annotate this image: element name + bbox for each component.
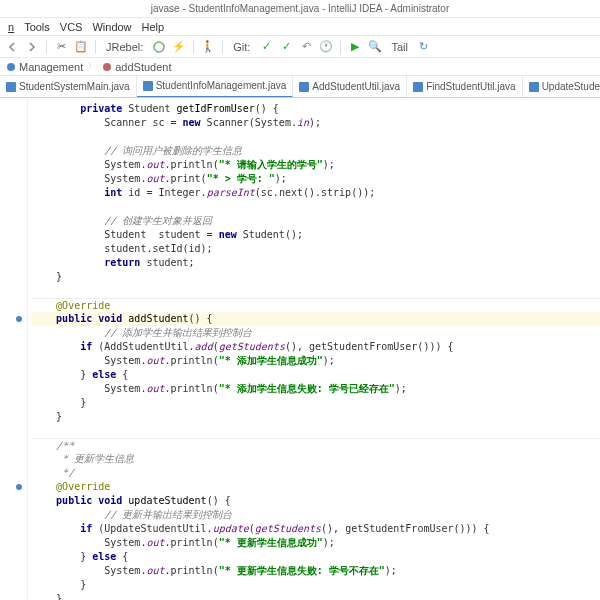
breadcrumb-item-method[interactable]: addStudent — [102, 61, 171, 73]
gutter — [0, 98, 28, 600]
tab-updatestudentutil[interactable]: UpdateStudentUtil.java — [523, 76, 600, 98]
cut-icon[interactable]: ✂ — [53, 39, 69, 55]
git-label: Git: — [229, 41, 254, 53]
menu-vcs[interactable]: VCS — [56, 21, 87, 33]
editor-tabs: StudentSystemMain.java StudentInfoManage… — [0, 76, 600, 98]
tab-addstudentutil[interactable]: AddStudentUtil.java — [293, 76, 407, 98]
walk-icon[interactable]: 🚶 — [200, 39, 216, 55]
menu-help[interactable]: Help — [138, 21, 169, 33]
window-titlebar: javase - StudentInfoManagement.java - In… — [0, 0, 600, 18]
override-icon[interactable] — [15, 315, 23, 323]
svg-point-0 — [154, 42, 164, 52]
git-history-icon[interactable]: 🕐 — [318, 39, 334, 55]
search-icon[interactable]: 🔍 — [367, 39, 383, 55]
tab-findstudentutil[interactable]: FindStudentUtil.java — [407, 76, 523, 98]
menu-tools[interactable]: Tools — [20, 21, 54, 33]
back-icon[interactable] — [4, 39, 20, 55]
override-icon[interactable] — [15, 483, 23, 491]
tail-label: Tail — [387, 41, 412, 53]
editor: private Student getIdFromUser() { Scanne… — [0, 98, 600, 600]
menu-window[interactable]: Window — [88, 21, 135, 33]
forward-icon[interactable] — [24, 39, 40, 55]
git-check-icon[interactable]: ✓ — [258, 39, 274, 55]
jrebel-icon[interactable] — [151, 39, 167, 55]
tab-studentsystemmain[interactable]: StudentSystemMain.java — [0, 76, 137, 98]
git-commit-icon[interactable]: ✓ — [278, 39, 294, 55]
svg-point-4 — [16, 484, 22, 490]
bolt-icon[interactable]: ⚡ — [171, 39, 187, 55]
breadcrumb-item-class[interactable]: Management — [6, 61, 83, 73]
menu-n[interactable]: n — [4, 21, 18, 33]
svg-point-3 — [16, 316, 22, 322]
code-area[interactable]: private Student getIdFromUser() { Scanne… — [28, 98, 600, 600]
refresh-icon[interactable]: ↻ — [416, 39, 432, 55]
svg-point-2 — [103, 63, 111, 71]
tab-studentinfomanagement[interactable]: StudentInfoManagement.java — [137, 76, 294, 98]
git-revert-icon[interactable]: ↶ — [298, 39, 314, 55]
run-icon[interactable]: ▶ — [347, 39, 363, 55]
jrebel-label: JRebel: — [102, 41, 147, 53]
main-toolbar: ✂ 📋 JRebel: ⚡ 🚶 Git: ✓ ✓ ↶ 🕐 ▶ 🔍 Tail ↻ — [0, 36, 600, 58]
paste-icon[interactable]: 📋 — [73, 39, 89, 55]
svg-point-1 — [7, 63, 15, 71]
breadcrumb: Management 〉 addStudent — [0, 58, 600, 76]
menu-bar: n Tools VCS Window Help — [0, 18, 600, 36]
